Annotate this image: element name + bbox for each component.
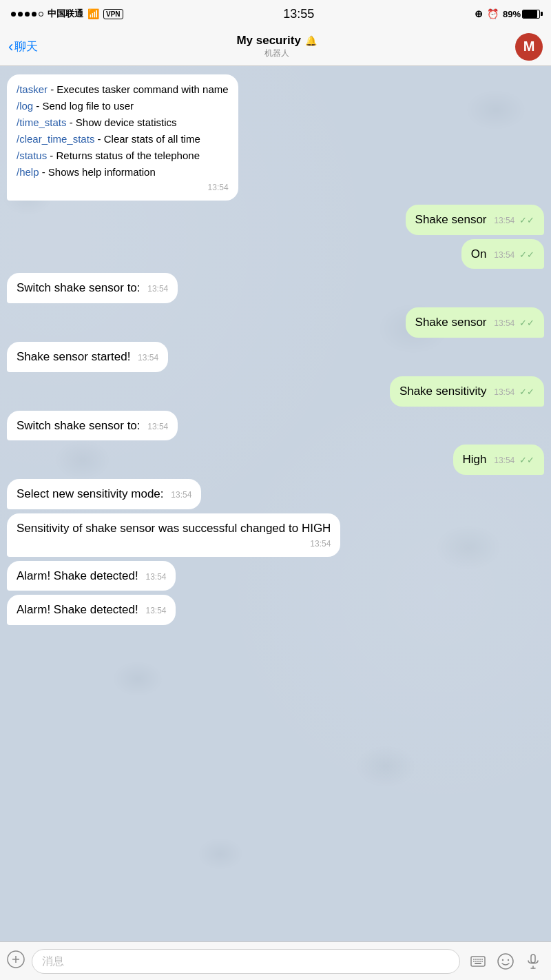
message-time: 13:54	[494, 318, 514, 328]
dot3	[25, 12, 30, 17]
message-row: Sensitivity of shake sensor was successf…	[7, 513, 544, 557]
message-row: Alarm! Shake detected! 13:54	[7, 595, 544, 625]
mute-icon: 🔔	[305, 35, 317, 46]
check-marks: ✓✓	[519, 215, 534, 225]
cmd-time-stats-desc: - Show device statistics	[67, 116, 177, 128]
message-text: Shake sensor	[415, 213, 487, 226]
bubble-outgoing: Shake sensor 13:54 ✓✓	[406, 205, 544, 235]
message-text: Shake sensor	[415, 316, 487, 329]
satellite-icon: ⊕	[475, 8, 483, 19]
bubble-footer: 13:54	[17, 538, 331, 550]
cmd-clear-time-stats: /clear_time_stats	[17, 133, 94, 145]
message-text: Select new sensitivity mode:	[17, 487, 164, 500]
bubble-incoming: Sensitivity of shake sensor was successf…	[7, 513, 340, 557]
status-bar: 中国联通 📶 VPN 13:55 ⊕ ⏰ 89%	[0, 0, 551, 28]
cmd-tasker: /tasker	[17, 83, 48, 95]
chat-subtitle: 机器人	[38, 48, 515, 59]
voice-icon[interactable]	[522, 950, 544, 972]
message-time: 13:54	[147, 422, 168, 431]
message-row: Switch shake sensor to: 13:54	[7, 411, 544, 441]
chat-area: /tasker - Executes tasker command with n…	[0, 66, 551, 941]
svg-point-16	[502, 959, 503, 960]
message-text: Alarm! Shake detected!	[17, 569, 138, 582]
message-time: 13:54	[494, 387, 514, 397]
bubble-footer: 13:54	[17, 182, 229, 194]
carrier-label: 中国联通	[48, 8, 83, 20]
input-bar	[0, 941, 551, 980]
message-text: Alarm! Shake detected!	[17, 603, 138, 616]
cmd-tasker-desc: - Executes tasker command with name	[48, 83, 229, 95]
bubble-incoming: Shake sensor started! 13:54	[7, 342, 168, 372]
cmd-time-stats: /time_stats	[17, 116, 67, 128]
battery-icon	[522, 10, 540, 19]
message-time: 13:54	[310, 538, 331, 550]
bubble-incoming: Switch shake sensor to: 13:54	[7, 273, 178, 303]
commands-block: /tasker - Executes tasker command with n…	[17, 81, 229, 181]
chat-title: My security 🔔	[38, 34, 515, 48]
dot5	[39, 12, 43, 17]
sticker-icon[interactable]	[495, 950, 517, 972]
message-text: Switch shake sensor to:	[17, 281, 141, 294]
back-label: 聊天	[14, 39, 38, 54]
back-button[interactable]: ‹ 聊天	[8, 38, 38, 56]
message-time: 13:54	[494, 216, 514, 225]
avatar[interactable]: M	[515, 33, 543, 61]
message-row: Shake sensor started! 13:54	[7, 342, 544, 372]
check-marks: ✓✓	[519, 318, 534, 328]
bubble-incoming: Alarm! Shake detected! 13:54	[7, 561, 176, 591]
message-time: 13:54	[494, 250, 514, 260]
message-row: Shake sensitivity 13:54 ✓✓	[7, 376, 544, 407]
bubble-outgoing: Shake sensitivity 13:54 ✓✓	[390, 376, 544, 407]
check-marks: ✓✓	[519, 455, 534, 465]
cmd-help: /help	[17, 166, 39, 178]
keyboard-icon[interactable]	[467, 950, 489, 972]
battery-fill	[523, 10, 537, 18]
message-row: /tasker - Executes tasker command with n…	[7, 74, 544, 201]
nav-center: My security 🔔 机器人	[38, 34, 515, 59]
message-row: On 13:54 ✓✓	[7, 239, 544, 269]
message-time: 13:54	[145, 606, 166, 615]
message-time: 13:54	[147, 284, 168, 294]
check-marks: ✓✓	[519, 249, 534, 260]
message-row: High 13:54 ✓✓	[7, 445, 544, 475]
bubble-incoming: /tasker - Executes tasker command with n…	[7, 74, 238, 201]
right-icons	[467, 950, 544, 972]
signal-dots	[11, 12, 43, 17]
cmd-log-desc: - Send log file to user	[33, 100, 134, 112]
message-time: 13:54	[208, 182, 229, 194]
battery-display: 89%	[503, 9, 540, 19]
message-text: High	[463, 453, 487, 466]
svg-point-15	[498, 954, 513, 969]
attach-button[interactable]	[7, 950, 25, 972]
message-row: Shake sensor 13:54 ✓✓	[7, 307, 544, 338]
message-text: On	[471, 247, 487, 261]
message-time: 13:54	[171, 490, 191, 500]
vpn-badge: VPN	[103, 9, 123, 19]
message-row: Alarm! Shake detected! 13:54	[7, 561, 544, 591]
bubble-incoming: Alarm! Shake detected! 13:54	[7, 595, 176, 625]
dot2	[18, 12, 23, 17]
dot4	[32, 12, 37, 17]
bubble-incoming: Select new sensitivity mode: 13:54	[7, 479, 201, 509]
chat-title-text: My security	[236, 34, 301, 48]
message-row: Switch shake sensor to: 13:54	[7, 273, 544, 303]
message-text: Sensitivity of shake sensor was successf…	[17, 522, 331, 535]
cmd-status: /status	[17, 150, 47, 161]
message-row: Shake sensor 13:54 ✓✓	[7, 205, 544, 235]
message-time: 13:54	[494, 456, 514, 465]
alarm-icon: ⏰	[487, 8, 499, 19]
check-marks: ✓✓	[519, 387, 534, 397]
nav-bar: ‹ 聊天 My security 🔔 机器人 M	[0, 28, 551, 66]
bubble-outgoing: High 13:54 ✓✓	[453, 445, 544, 475]
status-left: 中国联通 📶 VPN	[11, 8, 123, 20]
message-time: 13:54	[138, 353, 158, 363]
bubble-incoming: Switch shake sensor to: 13:54	[7, 411, 178, 441]
message-text: Shake sensor started!	[17, 350, 130, 363]
message-input[interactable]	[32, 949, 460, 974]
svg-rect-18	[531, 955, 535, 963]
message-text: Shake sensitivity	[399, 385, 487, 398]
bubble-outgoing: On 13:54 ✓✓	[461, 239, 544, 269]
message-text: Switch shake sensor to:	[17, 419, 141, 432]
cmd-help-desc: - Shows help information	[39, 166, 156, 178]
cmd-status-desc: - Returns status of the telephone	[47, 150, 200, 161]
